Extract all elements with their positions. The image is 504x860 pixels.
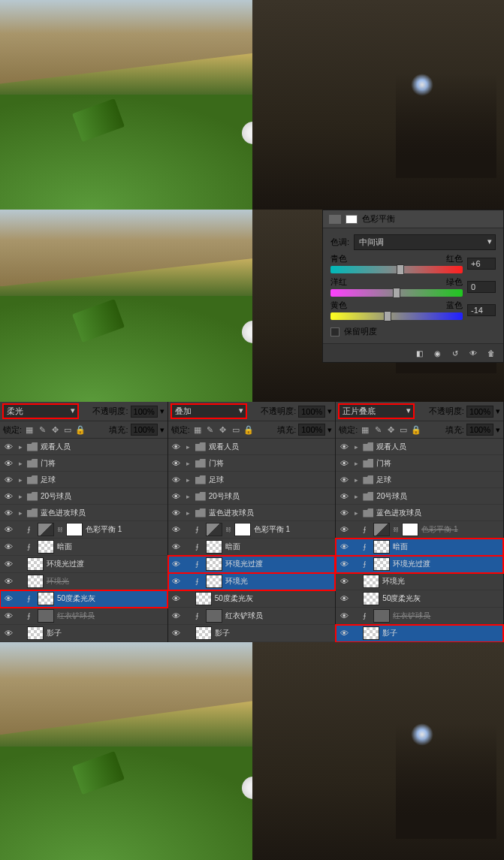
lock-all-icon[interactable]: 🔒 xyxy=(75,425,86,434)
visibility-toggle[interactable]: 👁 xyxy=(3,611,14,620)
visibility-toggle[interactable]: 👁 xyxy=(3,560,14,569)
layer-row[interactable]: 👁⨍⛓色彩平衡 1 xyxy=(336,521,503,539)
expand-arrow[interactable]: ▸ xyxy=(352,493,360,500)
layer-name[interactable]: 环境光过渡 xyxy=(393,559,500,569)
layer-name[interactable]: 色彩平衡 1 xyxy=(421,524,500,535)
layer-name[interactable]: 足球 xyxy=(376,475,500,485)
layer-name[interactable]: 红衣铲球员 xyxy=(393,611,500,621)
visibility-toggle[interactable]: 👁 xyxy=(171,542,182,551)
visibility-toggle[interactable]: 👁 xyxy=(171,508,182,518)
visibility-toggle[interactable]: 👁 xyxy=(171,629,182,638)
expand-arrow[interactable]: ▸ xyxy=(17,476,24,484)
layer-name[interactable]: 50度柔光灰 xyxy=(382,593,500,604)
layer-name[interactable]: 足球 xyxy=(41,475,164,485)
visibility-toggle[interactable]: 👁 xyxy=(339,475,349,484)
layer-name[interactable]: 20号球员 xyxy=(41,491,164,502)
slider-thumb[interactable] xyxy=(384,311,391,321)
layer-row[interactable]: 👁▸ 20号球员 xyxy=(336,488,503,505)
slider-value-1[interactable]: 0 xyxy=(467,281,496,293)
visibility-toggle[interactable]: 👁 xyxy=(339,459,349,468)
layer-row[interactable]: 👁▸ 足球 xyxy=(168,472,336,488)
layer-row[interactable]: 👁⨍50度柔光灰 xyxy=(0,590,167,608)
layer-row[interactable]: 👁环境光 xyxy=(336,573,503,590)
lock-all-icon[interactable]: 🔒 xyxy=(411,425,421,434)
layer-row[interactable]: 👁⨍环境光 xyxy=(168,573,336,590)
lock-pixels-icon[interactable]: ✎ xyxy=(373,425,383,434)
layer-row[interactable]: 👁环境光过渡 xyxy=(0,556,167,573)
layer-name[interactable]: 暗面 xyxy=(57,542,164,552)
lock-all-icon[interactable]: 🔒 xyxy=(243,425,254,434)
layer-name[interactable]: 20号球员 xyxy=(209,491,333,502)
visibility-toggle[interactable]: 👁 xyxy=(171,492,182,501)
blend-mode-select[interactable]: 柔光 xyxy=(3,404,78,418)
visibility-toggle[interactable]: 👁 xyxy=(171,442,182,451)
lock-position-icon[interactable]: ✥ xyxy=(50,425,60,434)
fill-flyout[interactable]: ▾ xyxy=(160,425,164,435)
fill-value[interactable]: 100% xyxy=(466,424,493,436)
expand-arrow[interactable]: ▸ xyxy=(17,509,24,517)
lock-artboard-icon[interactable]: ▭ xyxy=(398,425,409,434)
opacity-value[interactable]: 100% xyxy=(131,406,158,418)
visibility-toggle[interactable]: 👁 xyxy=(339,442,349,451)
color-slider-0[interactable] xyxy=(330,266,463,273)
color-slider-2[interactable] xyxy=(330,312,463,320)
layer-row[interactable]: 👁▸ 观看人员 xyxy=(0,439,167,455)
layer-row[interactable]: 👁▸ 门将 xyxy=(168,455,336,472)
layer-name[interactable]: 蓝色进攻球员 xyxy=(209,508,333,518)
expand-arrow[interactable]: ▸ xyxy=(185,493,192,500)
visibility-toggle[interactable]: 👁 xyxy=(3,542,14,551)
visibility-icon[interactable]: 👁 xyxy=(466,347,481,359)
layer-name[interactable]: 足球 xyxy=(209,475,333,485)
delete-icon[interactable]: 🗑 xyxy=(484,347,499,359)
tone-select[interactable]: 中间调 xyxy=(354,234,496,250)
layer-name[interactable]: 门将 xyxy=(209,458,333,469)
layer-row[interactable]: 👁⨍暗面 xyxy=(336,539,503,556)
layer-name[interactable]: 门将 xyxy=(376,458,500,469)
visibility-toggle[interactable]: 👁 xyxy=(171,525,182,534)
color-slider-1[interactable] xyxy=(330,289,463,297)
layer-row[interactable]: 👁▸ 足球 xyxy=(0,472,167,488)
expand-arrow[interactable]: ▸ xyxy=(17,493,24,500)
layer-name[interactable]: 影子 xyxy=(215,628,333,638)
layer-row[interactable]: 👁▸ 蓝色进攻球员 xyxy=(0,505,167,521)
layer-name[interactable]: 色彩平衡 1 xyxy=(86,524,164,535)
layer-row[interactable]: 👁⨍⛓色彩平衡 1 xyxy=(168,521,336,539)
lock-artboard-icon[interactable]: ▭ xyxy=(231,425,241,434)
visibility-toggle[interactable]: 👁 xyxy=(171,611,182,620)
fill-flyout[interactable]: ▾ xyxy=(327,425,332,435)
layer-row[interactable]: 👁⨍暗面 xyxy=(0,539,167,556)
layer-name[interactable]: 影子 xyxy=(47,628,164,638)
fill-value[interactable]: 100% xyxy=(131,424,158,436)
visibility-toggle[interactable]: 👁 xyxy=(339,525,349,534)
view-prev-icon[interactable]: ◉ xyxy=(430,347,445,359)
visibility-toggle[interactable]: 👁 xyxy=(171,560,182,569)
expand-arrow[interactable]: ▸ xyxy=(185,476,192,484)
blend-mode-select[interactable]: 正片叠底 xyxy=(339,404,414,418)
expand-arrow[interactable]: ▸ xyxy=(352,476,360,484)
visibility-toggle[interactable]: 👁 xyxy=(171,475,182,484)
layer-row[interactable]: 👁⨍环境光过渡 xyxy=(336,556,503,573)
layer-name[interactable]: 环境光 xyxy=(382,576,500,587)
layer-name[interactable]: 红衣铲球员 xyxy=(57,611,164,621)
visibility-toggle[interactable]: 👁 xyxy=(339,611,349,620)
visibility-toggle[interactable]: 👁 xyxy=(339,577,349,586)
expand-arrow[interactable]: ▸ xyxy=(17,460,24,467)
visibility-toggle[interactable]: 👁 xyxy=(339,629,349,638)
lock-transparency-icon[interactable]: ▦ xyxy=(360,425,370,434)
layer-name[interactable]: 环境光过渡 xyxy=(47,559,164,569)
expand-arrow[interactable]: ▸ xyxy=(185,443,192,451)
visibility-toggle[interactable]: 👁 xyxy=(3,459,14,468)
layer-name[interactable]: 20号球员 xyxy=(376,491,500,502)
slider-thumb[interactable] xyxy=(397,264,404,275)
layer-name[interactable]: 观看人员 xyxy=(41,442,164,452)
lock-transparency-icon[interactable]: ▦ xyxy=(24,425,35,434)
opacity-value[interactable]: 100% xyxy=(298,406,325,418)
layer-row[interactable]: 👁50度柔光灰 xyxy=(168,590,336,608)
layer-name[interactable]: 环境光过渡 xyxy=(225,559,333,569)
visibility-toggle[interactable]: 👁 xyxy=(339,594,349,603)
layer-row[interactable]: 👁⨍⛓色彩平衡 1 xyxy=(0,521,167,539)
visibility-toggle[interactable]: 👁 xyxy=(339,492,349,501)
visibility-toggle[interactable]: 👁 xyxy=(3,508,14,518)
layer-row[interactable]: 👁▸ 足球 xyxy=(336,472,503,488)
reset-icon[interactable]: ↺ xyxy=(448,347,463,359)
